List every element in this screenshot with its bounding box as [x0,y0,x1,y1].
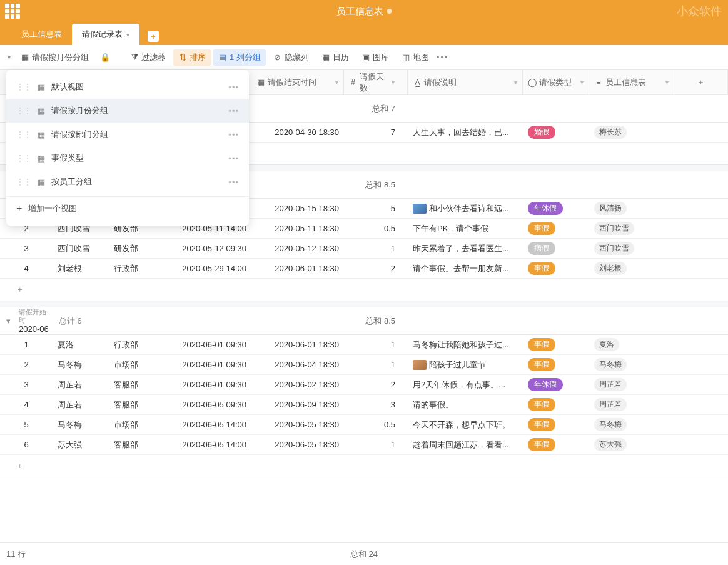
grid-icon: ▦ [38,178,45,187]
view-option[interactable]: ⋮⋮▦按员工分组••• [6,170,249,194]
cell-start: 2020-06-05 09:30 [160,400,251,409]
view-option[interactable]: ⋮⋮▦请假按部门分组••• [6,122,249,146]
type-badge: 事假 [528,222,555,235]
cell-start: 2020-06-01 09:30 [160,360,251,369]
group-icon: ▤ [218,53,227,62]
cell-end: 2020-06-04 18:30 [251,360,344,369]
col-desc[interactable]: A̲请假说明▾ [408,70,523,94]
collapse-icon[interactable]: ▾ [0,316,16,326]
view-option[interactable]: ⋮⋮▦事假类型••• [6,146,249,170]
cell-emp: 西门吹雪 [589,242,674,255]
cell-type: 事假 [523,398,589,411]
cell-desc: 陪孩子过儿童节 [408,359,523,371]
table-row[interactable]: 2马冬梅市场部2020-06-01 09:302020-06-04 18:301… [0,355,728,375]
cell-days: 7 [344,128,408,137]
cell-index: 1 [0,340,53,349]
add-view-button[interactable]: +增加一个视图 [6,196,249,221]
grid-icon: ▦ [38,154,45,163]
cell-desc: 昨天累着了，去看看医生... [408,243,523,254]
col-days[interactable]: #请假天数▾ [344,70,408,94]
group-button[interactable]: ▤1 列分组 [213,49,266,66]
col-type[interactable]: ◯请假类型▾ [523,70,589,94]
col-end-time[interactable]: ▦请假结束时间▾ [251,70,344,94]
add-tab-button[interactable]: + [144,28,162,45]
gallery-view-button[interactable]: ▣图库 [356,49,394,66]
cell-dept: 市场部 [109,419,160,431]
add-row-button[interactable]: + [0,279,728,301]
employee-pill[interactable]: 马冬梅 [594,418,627,431]
view-label: 请假按部门分组 [51,129,108,140]
employee-pill[interactable]: 苏大强 [594,438,627,451]
hide-columns-button[interactable]: ⊘隐藏列 [268,49,314,66]
filter-button[interactable]: ⧩过滤器 [125,49,171,66]
grid-icon: ▦ [38,82,45,92]
table-row[interactable]: 4周芷若客服部2020-06-05 09:302020-06-09 18:303… [0,395,728,415]
more-icon[interactable]: ••• [228,154,239,163]
employee-pill[interactable]: 周芷若 [594,398,627,411]
view-option[interactable]: ⋮⋮▦默认视图••• [6,75,249,99]
group-header[interactable]: ▾请假开始时2020-06总计 6总和 8.5 [0,308,728,335]
view-label: 按员工分组 [51,176,92,188]
chevron-down-icon: ▾ [514,79,517,86]
map-view-button[interactable]: ◫地图 [397,49,434,66]
tab-leave-records[interactable]: 请假记录表▾ [72,24,139,45]
cell-index: 4 [0,264,53,273]
cell-dept: 客服部 [109,439,160,451]
cell-type: 事假 [523,418,589,431]
cell-index: 3 [0,380,53,389]
page-title: 员工信息表 [336,6,392,18]
view-selector[interactable]: ▦请假按月份分组 [16,49,94,66]
more-menu[interactable]: ••• [437,52,449,62]
table-row[interactable]: 1夏洛行政部2020-06-01 09:302020-06-01 18:301马… [0,335,728,355]
employee-pill[interactable]: 风清扬 [594,202,627,215]
cell-name: 马冬梅 [53,419,109,431]
group-key: 请假开始时2020-06 [16,308,53,334]
more-icon[interactable]: ••• [228,106,239,116]
table-row[interactable]: 4刘老根行政部2020-05-29 14:002020-06-01 18:302… [0,259,728,279]
cell-days: 5 [344,204,408,213]
table-row[interactable]: 6苏大强客服部2020-06-05 14:002020-06-05 18:301… [0,435,728,455]
more-icon[interactable]: ••• [228,178,239,187]
more-icon[interactable]: ••• [228,82,239,92]
employee-pill[interactable]: 西门吹雪 [594,222,634,235]
group-sum: 总和 8.5 [344,316,408,327]
grip-icon: ⋮⋮ [16,154,31,162]
employee-pill[interactable]: 马冬梅 [594,358,627,371]
group-count: 总计 6 [53,316,103,327]
cell-name: 苏大强 [53,439,109,451]
link-icon: ≡ [594,78,603,87]
chevron-down-icon[interactable]: ▾ [5,54,13,61]
group-sum: 总和 8.5 [344,179,408,191]
add-row-button[interactable]: + [0,455,728,478]
tag-icon: ◯ [528,78,537,87]
add-column-button[interactable]: + [674,70,728,94]
employee-pill[interactable]: 刘老根 [594,262,627,275]
employee-pill[interactable]: 西门吹雪 [594,242,634,255]
cell-desc: 请的事假。 [408,399,523,411]
chevron-down-icon: ▾ [335,79,338,86]
filter-icon: ⧩ [130,53,139,62]
tab-employee-info[interactable]: 员工信息表 [11,24,72,45]
table-row[interactable]: 3周芷若客服部2020-06-01 09:302020-06-02 18:302… [0,375,728,395]
cell-desc: 用2天年休假，有点事。... [408,379,523,391]
group-sum: 总和 7 [344,103,408,114]
employee-pill[interactable]: 梅长苏 [594,126,627,139]
employee-pill[interactable]: 周芷若 [594,378,627,391]
more-icon[interactable]: ••• [228,130,239,139]
cell-dept: 客服部 [109,399,160,411]
table-row[interactable]: 3西门吹雪研发部2020-05-12 09:302020-05-12 18:30… [0,239,728,259]
type-badge: 事假 [528,338,555,351]
col-employee-link[interactable]: ≡员工信息表▾ [589,70,674,94]
table-row[interactable]: 5马冬梅市场部2020-06-05 14:002020-06-05 18:300… [0,415,728,435]
cell-emp: 周芷若 [589,378,674,391]
cell-desc: 今天不开森，想早点下班。 [408,419,523,431]
cell-type: 年休假 [523,202,589,215]
type-badge: 年休假 [528,378,563,391]
grid-icon: ▦ [38,106,45,116]
sort-button[interactable]: ⇅排序 [173,49,211,66]
calendar-view-button[interactable]: ▦日历 [316,49,354,66]
apps-icon[interactable] [5,4,20,19]
view-option[interactable]: ⋮⋮▦请假按月份分组••• [6,99,249,122]
cell-index: 3 [0,244,53,253]
employee-pill[interactable]: 夏洛 [594,338,619,351]
